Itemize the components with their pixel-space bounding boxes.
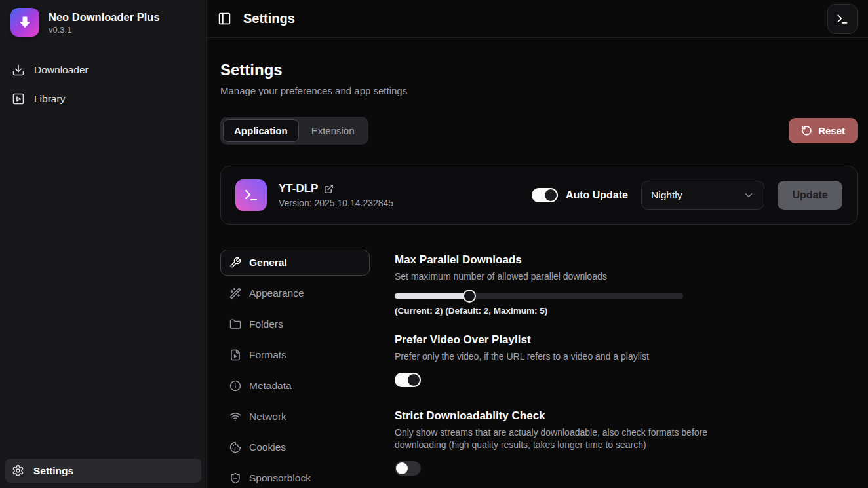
chevron-down-icon [743,189,755,201]
settings-grid: General Appearance [220,250,858,488]
settings-nav: General Appearance [220,250,370,488]
tab-extension[interactable]: Extension [300,119,366,142]
settings-nav-label: Network [249,411,286,422]
settings-nav-cookies[interactable]: Cookies [220,434,370,460]
setting-prefer-video: Prefer Video Over Playlist Prefer only t… [395,333,858,388]
sidebar-item-label: Library [34,93,65,105]
library-icon [12,92,25,105]
external-link-icon[interactable] [324,184,334,194]
ytdlp-card: YT-DLP Version: 2025.10.14.232845 Auto U… [220,166,858,225]
settings-nav-label: Cookies [249,441,286,453]
settings-nav-sponsorblock[interactable]: Sponsorblock [220,465,370,488]
settings-nav-label: Folders [249,318,283,330]
setting-title: Prefer Video Over Playlist [395,333,858,347]
sidebar-footer: Settings [5,459,201,483]
slider-meta: (Current: 2) (Default: 2, Maximum: 5) [395,306,858,316]
settings-page: Settings Manage your preferences and app… [207,38,868,488]
download-arrow-icon [17,14,33,30]
ytdlp-controls: Auto Update Nightly Update [532,181,842,210]
slider-fill [395,293,469,299]
app-version: v0.3.1 [49,25,160,35]
topbar-title: Settings [243,11,295,26]
sidebar-nav: Downloader Library [5,58,201,111]
ytdlp-version: Version: 2025.10.14.232845 [279,198,393,208]
settings-nav-label: Metadata [249,380,292,392]
rotate-ccw-icon [801,125,812,136]
settings-nav-label: Appearance [249,288,304,299]
sidebar-item-library[interactable]: Library [5,86,201,111]
wrench-icon [229,257,241,269]
terminal-icon [836,12,849,26]
toggle-knob [396,462,408,474]
main-area: Settings Settings Manage your preference… [207,0,868,488]
settings-nav-appearance[interactable]: Appearance [220,280,370,307]
app-logo [10,8,39,37]
cookie-icon [229,441,241,453]
wand-sparkles-icon [229,288,241,299]
auto-update-label: Auto Update [566,189,628,201]
shield-minus-icon [229,472,241,484]
sidebar-item-label: Downloader [34,64,89,76]
settings-nav-label: Sponsorblock [249,472,311,484]
max-parallel-slider[interactable] [395,290,683,303]
setting-description: Prefer only the video, if the URL refers… [395,350,858,363]
auto-update-group: Auto Update [532,188,628,202]
prefer-video-toggle[interactable] [395,373,421,387]
setting-description: Set maximum number of allowed parallel d… [395,271,858,283]
setting-max-parallel-downloads: Max Parallel Downloads Set maximum numbe… [395,253,858,316]
app-title-block: Neo Downloader Plus v0.3.1 [49,10,160,35]
toggle-knob [545,189,557,201]
settings-nav-general[interactable]: General [220,250,370,276]
settings-nav-folders[interactable]: Folders [220,311,370,337]
sidebar-toggle-button[interactable] [218,12,231,26]
settings-nav-network[interactable]: Network [220,404,370,430]
slider-thumb[interactable] [463,290,476,303]
settings-nav-formats[interactable]: Formats [220,342,370,368]
toggle-knob [408,374,420,386]
setting-strict-check: Strict Downloadablity Check Only show st… [395,409,858,476]
info-icon [229,380,241,392]
setting-title: Strict Downloadablity Check [395,409,858,422]
settings-nav-metadata[interactable]: Metadata [220,373,370,399]
settings-nav-label: Formats [249,349,286,361]
panel-left-icon [218,12,231,26]
sidebar-item-settings[interactable]: Settings [5,459,201,483]
file-video-icon [229,349,241,361]
update-channel-value: Nightly [651,189,682,201]
setting-title: Max Parallel Downloads [395,253,858,267]
update-channel-select[interactable]: Nightly [641,181,764,210]
ytdlp-info: YT-DLP Version: 2025.10.14.232845 [279,182,393,208]
update-button[interactable]: Update [778,181,842,210]
auto-update-toggle[interactable] [532,188,558,202]
tab-group: Application Extension [220,117,368,145]
gear-icon [12,464,24,477]
app-name: Neo Downloader Plus [49,10,160,24]
sidebar-item-downloader[interactable]: Downloader [5,58,201,83]
ytdlp-terminal-icon [235,179,267,211]
reset-button-label: Reset [818,125,845,136]
page-title: Settings [220,61,858,79]
ytdlp-name: YT-DLP [279,182,318,195]
app-logo-row: Neo Downloader Plus v0.3.1 [5,8,201,37]
topbar: Settings [207,0,868,38]
settings-controls: Max Parallel Downloads Set maximum numbe… [395,250,858,488]
sidebar-item-label: Settings [33,465,73,477]
page-subtitle: Manage your preferences and app settings [220,85,858,96]
terminal-button[interactable] [827,4,858,34]
reset-button[interactable]: Reset [789,118,858,143]
sidebar: Neo Downloader Plus v0.3.1 Downloader Li… [0,0,207,488]
tabs-row: Application Extension Reset [220,117,858,145]
wifi-icon [229,411,241,422]
folder-icon [229,318,241,330]
settings-nav-label: General [249,257,287,269]
tab-application[interactable]: Application [223,119,299,142]
download-icon [12,64,25,77]
setting-description: Only show streams that are actualy downl… [395,426,749,451]
strict-check-toggle[interactable] [395,461,421,476]
